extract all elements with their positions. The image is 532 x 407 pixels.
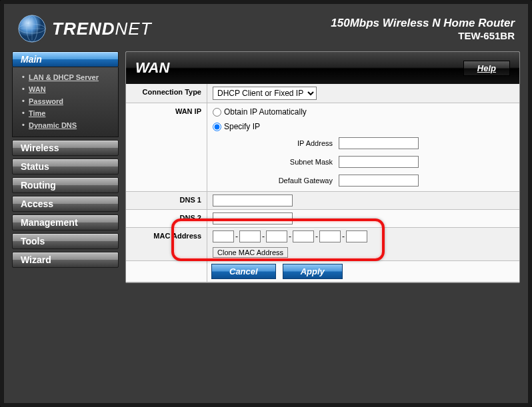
label-subnet-mask: Subnet Mask — [259, 158, 333, 166]
nav-main[interactable]: Main — [12, 51, 119, 67]
default-gateway-input[interactable] — [339, 175, 419, 187]
nav-item-time[interactable]: Time — [13, 107, 118, 119]
radio-obtain-ip-input[interactable] — [213, 108, 221, 117]
radio-specify-ip[interactable]: Specify IP — [213, 121, 514, 133]
subnet-mask-input[interactable] — [339, 156, 419, 168]
nav-item-wan[interactable]: WAN — [13, 83, 118, 95]
nav-wizard[interactable]: Wizard — [12, 252, 119, 268]
apply-button[interactable]: Apply — [283, 264, 343, 279]
radio-obtain-ip[interactable]: Obtain IP Automatically — [213, 106, 514, 118]
ip-address-input[interactable] — [339, 137, 419, 149]
sidebar: Main LAN & DHCP Server WAN Password Time… — [12, 51, 119, 283]
label-ip-address: IP Address — [259, 139, 333, 147]
nav-item-dynamic-dns[interactable]: Dynamic DNS — [13, 119, 118, 131]
label-dns1: DNS 1 — [126, 192, 207, 209]
header: TRENDNET 150Mbps Wireless N Home Router … — [12, 14, 520, 51]
mac-seg-1[interactable] — [239, 230, 261, 242]
help-button[interactable]: Help — [463, 61, 510, 76]
nav-item-password[interactable]: Password — [13, 95, 118, 107]
cancel-button[interactable]: Cancel — [211, 264, 276, 279]
nav-wireless[interactable]: Wireless — [12, 140, 119, 156]
label-default-gateway: Default Gateway — [259, 177, 333, 185]
mac-seg-2[interactable] — [266, 230, 287, 242]
mac-seg-4[interactable] — [319, 230, 341, 242]
label-wan-ip: WAN IP — [126, 103, 207, 191]
brand-logo: TRENDNET — [17, 14, 152, 43]
radio-specify-ip-input[interactable] — [213, 123, 221, 131]
label-connection-type: Connection Type — [126, 84, 207, 103]
nav-item-lan-dhcp[interactable]: LAN & DHCP Server — [13, 71, 118, 83]
brand-text: TRENDNET — [52, 19, 152, 39]
page-title: WAN — [135, 59, 169, 77]
label-dns2: DNS 2 — [126, 210, 207, 227]
product-model: TEW-651BR — [331, 30, 515, 41]
nav-tools[interactable]: Tools — [12, 233, 119, 249]
clone-mac-button[interactable]: Clone MAC Address — [213, 247, 288, 258]
dns1-input[interactable] — [213, 195, 293, 206]
content-panel: WAN Help Connection Type DHCP Client or … — [125, 51, 520, 283]
nav-status[interactable]: Status — [12, 159, 119, 175]
mac-seg-5[interactable] — [346, 230, 367, 242]
mac-seg-0[interactable] — [213, 230, 234, 242]
dns2-input[interactable] — [213, 212, 293, 224]
mac-seg-3[interactable] — [293, 230, 314, 242]
nav-management[interactable]: Management — [12, 214, 119, 230]
nav-access[interactable]: Access — [12, 196, 119, 212]
connection-type-select[interactable]: DHCP Client or Fixed IP — [213, 87, 317, 100]
product-title: 150Mbps Wireless N Home Router — [331, 17, 515, 30]
label-mac-address: MAC Address — [126, 228, 207, 260]
nav-routing[interactable]: Routing — [12, 177, 119, 193]
globe-icon — [17, 14, 47, 43]
